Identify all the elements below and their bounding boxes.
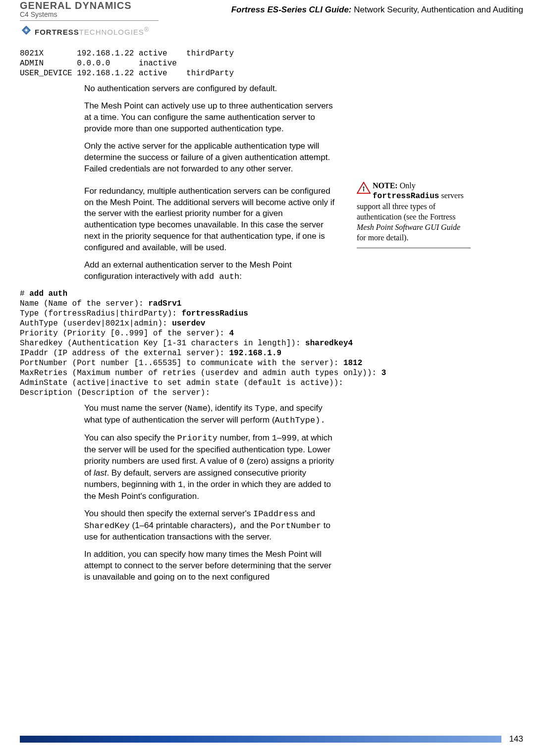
fortress-logo-text: FORTRESSTECHNOLOGIES®	[35, 26, 149, 36]
cli-input: 192.168.1.9	[229, 349, 281, 358]
cli-input: 1812	[343, 359, 362, 368]
cli-label: Type (fortressRadius|thirdParty):	[20, 309, 181, 318]
text: ), identify its	[208, 403, 255, 413]
paragraph: Only the active server for the applicabl…	[84, 141, 337, 175]
inline-code: 999	[281, 433, 297, 443]
code-table-output: 8021X 192.168.1.22 active thirdParty ADM…	[20, 49, 523, 78]
text: :	[239, 271, 242, 281]
cli-label: AuthType (userdev|8021x|admin):	[20, 319, 172, 328]
fortress-word: FORTRESS	[35, 28, 79, 36]
text: –	[277, 433, 281, 442]
page-header: GENERAL DYNAMICS C4 Systems FORTRESSTECH…	[0, 0, 543, 39]
text: and the	[238, 521, 271, 530]
paragraph: For redundancy, multiple authentication …	[84, 186, 337, 254]
inline-code: Name	[187, 404, 208, 413]
cli-session: # add auth Name (Name of the server): ra…	[20, 289, 523, 398]
note-em: Mesh Point Software GUI Guide	[357, 223, 460, 231]
cli-label: IPaddr (IP address of the external serve…	[20, 349, 229, 358]
registered-mark: ®	[144, 26, 149, 33]
cli-input: radSrv1	[148, 299, 181, 308]
cli-input: 4	[229, 329, 234, 338]
company-logos: GENERAL DYNAMICS C4 Systems FORTRESSTECH…	[20, 0, 159, 39]
note-mono: fortressRadius	[373, 192, 439, 201]
paragraph: You should then specify the external ser…	[84, 508, 337, 543]
note-text: Only	[398, 181, 416, 190]
paragraph: Add an external authentication server to…	[84, 260, 337, 283]
text: and	[299, 509, 315, 518]
cli-input: 3	[381, 369, 386, 378]
cli-command: add auth	[29, 289, 67, 298]
code-line: ADMIN 0.0.0.0 inactive	[20, 59, 177, 68]
header-title-em: Fortress ES-Series CLI Guide:	[231, 5, 352, 14]
code-line: USER_DEVICE 192.168.1.22 active thirdPar…	[20, 69, 234, 78]
text: You must name the server (	[84, 403, 187, 413]
cli-input: sharedkey4	[305, 339, 353, 348]
header-title-rest: Network Security, Authentication and Aud…	[352, 5, 524, 14]
cli-label: Sharedkey (Authentication Key [1-31 char…	[20, 339, 305, 348]
paragraph: No authentication servers are configured…	[84, 83, 337, 95]
fortress-diamond-icon	[20, 24, 33, 39]
paragraph: You can also specify the Priority number…	[84, 432, 337, 502]
cli-label: Name (Name of the server):	[20, 299, 148, 308]
cli-label: Priority (Priority [0..999] of the serve…	[20, 329, 229, 338]
note-title: NOTE:	[373, 181, 398, 190]
inline-code: IPaddress	[253, 509, 299, 519]
gd-logo-line1: GENERAL DYNAMICS	[20, 0, 159, 11]
page-footer: 143	[20, 734, 523, 744]
svg-point-4	[363, 186, 365, 188]
cli-label: AdminState (active|inactive to set admin…	[20, 378, 343, 387]
cli-label: MaxRetries (Maximum number of retries (u…	[20, 369, 381, 378]
inline-code: 1	[178, 480, 183, 489]
inline-code: AuthType).	[275, 416, 326, 425]
side-note: NOTE: Only fortressRadius servers suppor…	[357, 181, 471, 249]
cli-input: fortressRadius	[181, 309, 248, 318]
paragraph: The Mesh Point can actively use up to th…	[84, 101, 337, 135]
cli-prompt: #	[20, 289, 29, 298]
svg-rect-5	[363, 188, 364, 191]
text: number, from	[217, 433, 272, 442]
inline-em: last	[94, 468, 107, 478]
gd-logo-line2: C4 Systems	[20, 10, 159, 18]
inline-command: add auth	[199, 272, 240, 281]
inline-code: PortNumber	[271, 521, 321, 531]
inline-code: 1	[272, 433, 277, 443]
cli-label: Description (Description of the server):	[20, 388, 210, 397]
inline-code: SharedKey	[84, 521, 130, 531]
technologies-word: TECHNOLOGIES	[79, 28, 144, 36]
content-area: 8021X 192.168.1.22 active thirdParty ADM…	[0, 39, 543, 583]
footer-gradient-bar	[20, 736, 501, 743]
fortress-logo-bar: FORTRESSTECHNOLOGIES®	[20, 20, 159, 39]
text: You should then specify the external ser…	[84, 509, 253, 518]
page-number: 143	[509, 734, 523, 744]
paragraph: You must name the server (Name), identif…	[84, 403, 337, 427]
inline-code: 0	[239, 457, 244, 466]
text: Add an external authentication server to…	[84, 260, 292, 281]
cli-label: PortNumber (Port number [1..65535] to co…	[20, 359, 343, 368]
note-text: for more detail).	[357, 233, 408, 242]
paragraph: In addition, you can specify how many ti…	[84, 549, 337, 583]
inline-code: Type	[255, 404, 275, 413]
cli-input: userdev	[172, 319, 205, 328]
text: (1–64 printable characters)	[130, 521, 233, 530]
code-line: 8021X 192.168.1.22 active thirdParty	[20, 49, 234, 58]
text: You can also specify the	[84, 433, 177, 442]
inline-code: ,	[233, 521, 238, 531]
header-title: Fortress ES-Series CLI Guide: Network Se…	[159, 0, 523, 15]
inline-code: Priority	[177, 433, 217, 443]
